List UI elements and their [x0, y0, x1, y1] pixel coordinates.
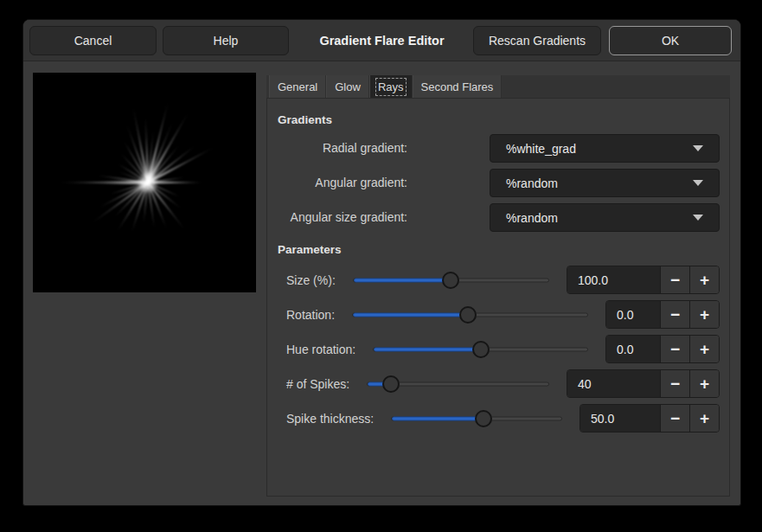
radial-gradient-value: %white_grad [506, 142, 693, 156]
cancel-button[interactable]: Cancel [29, 26, 157, 55]
hue-rotation-value-field[interactable]: 0.0 [606, 336, 660, 362]
rotation-row: Rotation: 0.0 − + [286, 300, 720, 329]
spike-thickness-label: Spike thickness: [286, 412, 374, 426]
gradients-heading: Gradients [278, 113, 332, 126]
help-button[interactable]: Help [163, 26, 289, 55]
spikes-label: # of Spikes: [286, 377, 349, 391]
rotation-spinbutton: 0.0 − + [605, 300, 720, 329]
ok-button[interactable]: OK [609, 26, 732, 55]
spike-thickness-increment-button[interactable]: + [689, 405, 719, 432]
radial-gradient-label: Radial gradient: [278, 134, 407, 163]
hue-rotation-row: Hue rotation: 0.0 − + [286, 335, 720, 363]
chevron-down-icon [693, 215, 703, 221]
spike-thickness-row: Spike thickness: 50.0 − + [286, 404, 720, 433]
radial-gradient-select[interactable]: %white_grad [490, 134, 720, 163]
angular-gradient-value: %random [506, 176, 693, 190]
size-decrement-button[interactable]: − [660, 266, 689, 293]
spikes-slider[interactable] [367, 369, 549, 398]
flare-preview [33, 73, 256, 292]
tab-general[interactable]: General [269, 75, 326, 98]
hue-rotation-label: Hue rotation: [286, 343, 355, 356]
rotation-value-field[interactable]: 0.0 [606, 301, 660, 328]
rotation-decrement-button[interactable]: − [660, 301, 689, 328]
slider-handle[interactable] [459, 306, 477, 324]
flare-svg [33, 73, 256, 292]
header-bar: Gradient Flare Editor Cancel Help Rescan… [23, 20, 740, 61]
tab-rays[interactable]: Rays [369, 75, 413, 98]
angular-size-gradient-label: Angular size gradient: [278, 203, 407, 232]
spikes-increment-button[interactable]: + [689, 370, 719, 397]
angular-gradient-label: Angular gradient: [278, 169, 407, 197]
rotation-label: Rotation: [286, 308, 335, 322]
angular-gradient-select[interactable]: %random [490, 169, 720, 197]
tab-glow[interactable]: Glow [326, 75, 369, 98]
tab-bar: General Glow Rays Second Flares [266, 75, 730, 99]
rotation-increment-button[interactable]: + [689, 301, 719, 328]
hue-rotation-slider[interactable] [373, 335, 588, 363]
slider-handle[interactable] [442, 272, 459, 289]
size-label: Size (%): [286, 273, 336, 287]
chevron-down-icon [693, 145, 703, 151]
slider-handle[interactable] [475, 410, 492, 427]
size-increment-button[interactable]: + [689, 266, 719, 293]
spike-thickness-spinbutton: 50.0 − + [580, 404, 720, 433]
tab-second-flares[interactable]: Second Flares [413, 75, 503, 98]
angular-size-gradient-value: %random [506, 211, 693, 225]
spikes-row: # of Spikes: 40 − + [286, 369, 720, 398]
slider-handle[interactable] [472, 341, 490, 358]
slider-handle[interactable] [382, 375, 400, 393]
spikes-value-field[interactable]: 40 [567, 370, 660, 397]
size-row: Size (%): 100.0 − + [286, 266, 720, 294]
spike-thickness-value-field[interactable]: 50.0 [580, 405, 660, 432]
rotation-slider[interactable] [352, 300, 588, 329]
spikes-decrement-button[interactable]: − [660, 370, 689, 397]
hue-rotation-decrement-button[interactable]: − [660, 336, 689, 362]
gradient-flare-editor-window: Gradient Flare Editor Cancel Help Rescan… [22, 19, 741, 506]
spikes-spinbutton: 40 − + [567, 369, 720, 398]
angular-size-gradient-select[interactable]: %random [490, 203, 720, 232]
spike-thickness-slider[interactable] [391, 404, 562, 433]
parameters-heading: Parameters [278, 243, 342, 256]
spike-thickness-decrement-button[interactable]: − [660, 405, 689, 432]
hue-rotation-spinbutton: 0.0 − + [605, 335, 720, 363]
rescan-gradients-button[interactable]: Rescan Gradients [473, 26, 601, 55]
chevron-down-icon [693, 180, 703, 186]
size-slider[interactable] [353, 266, 549, 294]
size-spinbutton: 100.0 − + [567, 266, 720, 294]
size-value-field[interactable]: 100.0 [567, 266, 660, 293]
hue-rotation-increment-button[interactable]: + [689, 336, 719, 362]
